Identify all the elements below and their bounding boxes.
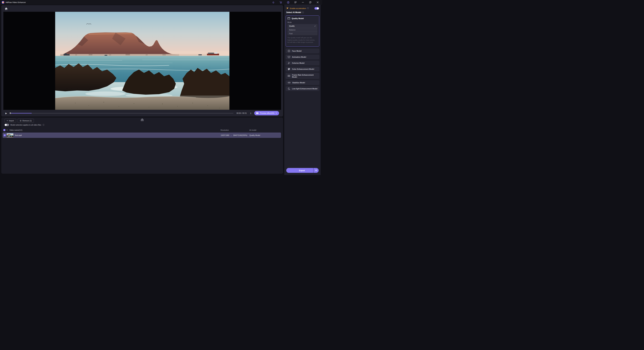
model-item-label: Color Enhancement Model [292,68,314,70]
remove-button[interactable]: ⊖ Remove (1) [18,119,34,123]
mode-option-label: Fast [289,32,292,34]
file-table-header: ✓ Video name(1/1) Resolution AI model [1,129,283,132]
stabilize-icon [288,81,291,84]
app-logo [2,1,4,4]
remove-label: Remove (1) [22,120,32,122]
paint-brush-icon [288,62,290,64]
model-item-face[interactable]: Face Model [286,49,319,53]
mode-label: Mode [288,21,318,23]
rocket-icon [286,7,289,10]
face-model-icon [288,50,290,52]
apply-all-toggle[interactable] [4,124,9,126]
mode-selector: Quality ✓ Balance Fast [288,24,318,35]
chevron-down-icon[interactable] [6,130,8,131]
restore-window-icon[interactable] [308,1,312,4]
file-name: Test.mp4 [14,134,22,136]
info-icon[interactable]: ⓘ [307,7,309,9]
file-resolution: 1920*1080 → 3840*2160(200%) [221,134,247,136]
notifications-bell-icon[interactable] [272,1,275,4]
bear-face-icon [288,56,290,58]
plus-icon: + [7,119,8,122]
quality-model-header: Quality Model [288,17,318,20]
select-model-row: Select AI Model ⓘ [286,11,304,13]
model-item-stabilize[interactable]: Stabilize Model [286,80,319,85]
select-model-heading: Select AI Model [286,11,301,13]
film-slate-icon [288,17,290,20]
home-icon[interactable] [4,7,8,10]
mode-option-balance[interactable]: Balance [288,28,318,31]
frame-rate-icon [288,75,290,77]
sidebar: Enable acceleration ⓘ Select AI Model ⓘ … [284,5,321,175]
model-item-frame-rate[interactable]: Frame Rate Enhancement Model [286,73,319,79]
acceleration-label: Enable acceleration [290,7,306,9]
titlebar: HitPaw Video Enhancer [0,0,322,5]
select-all-checkbox[interactable]: ✓ [3,129,5,131]
player-controls: ▶ 00:00 / 00:31 ✂ Preview effect(3S) [3,110,281,116]
mode-option-quality[interactable]: Quality ✓ [288,24,318,28]
quality-model-title: Quality Model [292,17,304,19]
playhead-handle[interactable] [10,112,11,114]
model-item-low-light[interactable]: Low-light Enhancement Model [286,86,319,91]
player-card: ▶ 00:00 / 00:31 ✂ Preview effect(3S) [1,5,283,116]
quality-model-description: The Quality model will give you the high… [288,36,318,43]
model-item-label: Stabilize Model [292,82,305,84]
app-title: HitPaw Video Enhancer [6,1,26,3]
close-icon[interactable] [316,1,319,4]
arrow-right-icon: → [230,134,232,136]
model-item-label: Frame Rate Enhancement Model [292,74,318,78]
mode-option-fast[interactable]: Fast [288,31,318,35]
model-list: Face Model Animation Model Colorize Mode… [286,49,319,92]
app-window: { "titlebar": { "title": "HitPaw Video E… [0,0,322,175]
video-preview-area[interactable] [3,12,281,110]
acceleration-row: Enable acceleration ⓘ [286,7,319,10]
column-ai-model: AI model [250,129,256,131]
store-cart-icon[interactable] [279,1,282,4]
model-item-animation[interactable]: Animation Model [286,55,319,59]
model-item-label: Face Model [292,50,302,52]
trim-scissors-icon[interactable]: ✂ [250,112,252,114]
collapse-panel-handle[interactable] [140,118,144,121]
export-button[interactable]: Export ⚙ [286,168,319,173]
moon-icon [288,87,290,90]
model-item-label: Colorize Model [292,62,304,64]
model-item-colorize[interactable]: Colorize Model [286,61,319,65]
info-icon[interactable]: ⓘ [302,11,304,13]
mode-option-label: Quality [289,25,295,27]
column-video-name[interactable]: Video name(1/1) [10,129,22,131]
row-checkbox[interactable]: ✓ [4,134,6,136]
quality-model-card[interactable]: Quality Model Mode Quality ✓ Balance Fas… [286,15,319,47]
account-user-icon[interactable] [286,1,290,4]
column-resolution: Resolution [220,129,229,131]
video-thumbnail [7,133,14,137]
model-item-color-enhancement[interactable]: Color Enhancement Model [286,67,319,71]
export-label: Export [286,169,313,171]
file-row[interactable]: ✓ Test.mp4 1920*1080 → 3840*2160(200%) Q… [3,133,281,138]
resolution-to: 3840*2160(200%) [233,134,247,136]
files-panel: + Import ⊖ Remove (1) Model selection ap… [1,117,283,174]
import-label: Import [9,120,14,122]
apply-all-toggle-row: Model selection applies to all video fil… [4,124,44,126]
chevron-down-icon [276,113,277,114]
acceleration-toggle[interactable] [314,7,319,9]
play-button[interactable]: ▶ [5,112,7,114]
minimize-icon[interactable] [301,1,304,4]
model-item-label: Low-light Enhancement Model [292,88,318,90]
preview-effect-label: Preview effect(3S) [260,112,274,114]
resolution-from: 1920*1080 [221,134,229,136]
time-indicator: 00:00 / 00:31 [236,112,247,114]
preview-effect-button[interactable]: Preview effect(3S) [254,111,279,115]
preview-range-fill [10,113,32,113]
minus-circle-icon: ⊖ [20,119,22,122]
camera-icon [256,112,259,114]
info-icon[interactable]: ⓘ [42,124,44,126]
menu-hamburger-icon[interactable] [294,1,297,4]
file-ai-model: Quality Model [250,134,260,136]
export-settings-gear-icon[interactable]: ⚙ [313,168,319,173]
import-button[interactable]: + Import [4,119,16,123]
mode-option-label: Balance [289,29,296,31]
check-icon: ✓ [314,25,316,27]
seek-bar[interactable] [10,113,234,113]
apply-all-label: Model selection applies to all video fil… [10,124,41,126]
video-frame [55,12,230,110]
toggle-knob [5,124,7,126]
